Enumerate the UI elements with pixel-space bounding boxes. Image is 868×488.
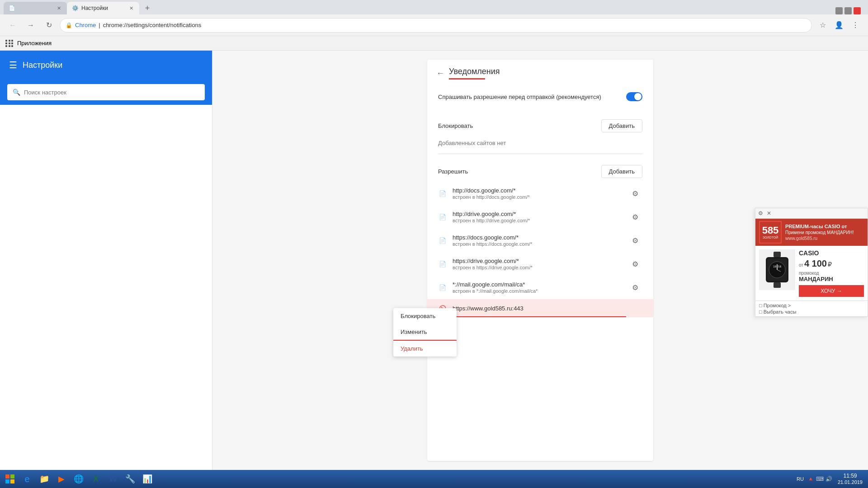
- site-suburl-1: встроен в http://docs.google.com/*: [453, 194, 623, 200]
- site-url-5: *://mail.google.com/mail/ca*: [453, 281, 623, 288]
- ad-tagline2: Примени промокод МАНДАРИН!: [785, 230, 864, 235]
- address-separator: |: [99, 22, 100, 28]
- profile-button[interactable]: 👤: [832, 18, 846, 33]
- site-item-text-1: http://docs.google.com/* встроен в http:…: [453, 187, 623, 200]
- tab-2-close[interactable]: ✕: [127, 5, 135, 12]
- tray-date-display: 21.01.2019: [838, 479, 863, 485]
- ad-brand: CASIO: [799, 249, 864, 257]
- taskbar-media[interactable]: ▶: [53, 471, 70, 487]
- site-action-3[interactable]: ⚙: [628, 233, 642, 248]
- search-input[interactable]: [24, 89, 199, 96]
- content-area: ☰ Настройки 🔍 ← Уведомления: [0, 51, 868, 470]
- ie-icon: e: [24, 474, 29, 484]
- panel-back-button[interactable]: ←: [436, 69, 444, 78]
- ad-close-button[interactable]: ✕: [767, 210, 771, 216]
- taskbar-folder[interactable]: 📁: [36, 471, 52, 487]
- minimize-button[interactable]: [835, 7, 843, 14]
- tray-lang: RU: [797, 476, 804, 482]
- svg-rect-11: [10, 479, 14, 483]
- context-menu-block[interactable]: Блокировать: [393, 308, 457, 324]
- site-action-2[interactable]: ⚙: [628, 210, 642, 224]
- tab-2[interactable]: ⚙️ Настройки ✕: [67, 2, 139, 14]
- ad-image-top: 585 ЗОЛОТОЙ PREMIUM-часы CASIO от Примен…: [755, 219, 868, 246]
- taskbar: e 📁 ▶ 🌐 X W 🔧 📊 RU 🔺 ⌨ 🔊: [0, 470, 868, 488]
- site-list: 📄 http://docs.google.com/* встроен в htt…: [427, 182, 653, 317]
- site-icon-5: 📄: [438, 283, 447, 292]
- block-add-button[interactable]: Добавить: [601, 119, 642, 132]
- forward-button[interactable]: →: [24, 18, 38, 33]
- site-suburl-5: встроен в *://mail.google.com/mail/ca*: [453, 288, 623, 294]
- ad-tagline1: PREMIUM-часы CASIO от: [785, 224, 864, 229]
- site-item-1: 📄 http://docs.google.com/* встроен в htt…: [427, 182, 653, 205]
- address-bar[interactable]: 🔒 Chrome | chrome://settings/content/not…: [60, 18, 812, 33]
- site-item-text-6: https://www.gold585.ru:443: [453, 305, 642, 312]
- site-item-text-5: *://mail.google.com/mail/ca* встроен в *…: [453, 281, 623, 294]
- taskbar-chrome[interactable]: 🌐: [71, 471, 87, 487]
- toggle-switch[interactable]: [626, 92, 642, 101]
- tray-icon-3: 🔊: [826, 476, 832, 482]
- site-icon-3: 📄: [438, 236, 447, 245]
- tab-1[interactable]: 📄 ✕: [4, 2, 67, 14]
- ad-header: ⚙ ✕: [755, 208, 868, 219]
- url-text: chrome://settings/content/notifications: [103, 22, 202, 28]
- taskbar-ie[interactable]: e: [19, 471, 35, 487]
- allow-section-title: Разрешить: [438, 168, 468, 175]
- ad-info: CASIO от 4 100 ₽ промокод МАНДАРИН ХОЧУ …: [799, 249, 864, 297]
- back-button[interactable]: ←: [5, 18, 20, 33]
- toggle-thumb: [634, 93, 642, 100]
- site-action-4[interactable]: ⚙: [628, 257, 642, 271]
- media-icon: ▶: [58, 474, 65, 484]
- site-suburl-2: встроен в http://drive.google.com/*: [453, 218, 623, 223]
- svg-rect-10: [5, 479, 9, 483]
- sidebar: ☰ Настройки 🔍: [0, 51, 212, 470]
- ad-cta-button[interactable]: ХОЧУ →: [799, 285, 864, 297]
- ad-logo-line2: ЗОЛОТОЙ: [763, 236, 778, 239]
- site-item-6[interactable]: 🚫 https://www.gold585.ru:443: [427, 299, 653, 317]
- ad-site: www.gold585.ru: [785, 236, 864, 241]
- ad-footer: □ Промокод > □ Выбрать часы: [755, 300, 868, 316]
- context-menu-edit[interactable]: Изменить: [393, 324, 457, 340]
- tray-icon-1: 🔺: [807, 476, 814, 482]
- ad-settings-icon[interactable]: ⚙: [758, 210, 763, 216]
- title-bar: 📄 ✕ ⚙️ Настройки ✕ +: [0, 0, 868, 14]
- site-url-2: http://drive.google.com/*: [453, 211, 623, 217]
- apps-label[interactable]: Приложения: [17, 40, 52, 47]
- taskbar-tray: RU 🔺 ⌨ 🔊 11:59 21.01.2019: [793, 473, 866, 485]
- allow-add-button[interactable]: Добавить: [601, 165, 642, 178]
- taskbar-excel[interactable]: X: [88, 471, 104, 487]
- site-url-1: http://docs.google.com/*: [453, 187, 623, 194]
- taskbar-unknown2[interactable]: 📊: [139, 471, 156, 487]
- block-section-header: Блокировать Добавить: [427, 112, 653, 136]
- search-input-wrap: 🔍: [7, 84, 205, 100]
- context-menu: Блокировать Изменить Удалить: [393, 308, 457, 357]
- maximize-button[interactable]: [844, 7, 852, 14]
- ad-currency: ₽: [828, 261, 832, 268]
- svg-rect-8: [5, 474, 9, 479]
- taskbar-unknown1[interactable]: 🔧: [122, 471, 138, 487]
- ad-footer-link-2[interactable]: □ Выбрать часы: [759, 309, 864, 314]
- bookmark-button[interactable]: ☆: [816, 18, 830, 33]
- ad-promo-code: МАНДАРИН: [799, 276, 864, 282]
- site-item-text-3: https://docs.google.com/* встроен в http…: [453, 234, 623, 247]
- chrome-taskbar-icon: 🌐: [74, 474, 84, 484]
- site-action-5[interactable]: ⚙: [628, 280, 642, 295]
- tray-time-display: 11:59: [843, 473, 857, 479]
- context-menu-delete[interactable]: Удалить: [393, 340, 457, 357]
- sidebar-menu-icon[interactable]: ☰: [9, 60, 17, 70]
- ad-watch-image: 10:58: [759, 249, 795, 290]
- site-action-1[interactable]: ⚙: [628, 186, 642, 201]
- ad-panel: ⚙ ✕ 585 ЗОЛОТОЙ PREMIUM-часы CASIO от Пр…: [755, 208, 868, 317]
- reload-button[interactable]: ↻: [42, 18, 56, 33]
- ad-footer-link-1[interactable]: □ Промокод >: [759, 303, 864, 308]
- menu-button[interactable]: ⋮: [848, 18, 863, 33]
- ad-promo-label: промокод: [799, 271, 864, 276]
- new-tab-button[interactable]: +: [141, 2, 154, 14]
- tab-2-title: Настройки: [81, 5, 125, 11]
- tab-1-close[interactable]: ✕: [55, 5, 62, 12]
- taskbar-word[interactable]: W: [105, 471, 121, 487]
- ad-from-label: от: [799, 263, 803, 267]
- taskbar-start[interactable]: [2, 471, 18, 487]
- ad-price: 4 100: [804, 258, 827, 269]
- close-window-button[interactable]: [854, 7, 861, 14]
- windows-logo-icon: [5, 474, 15, 484]
